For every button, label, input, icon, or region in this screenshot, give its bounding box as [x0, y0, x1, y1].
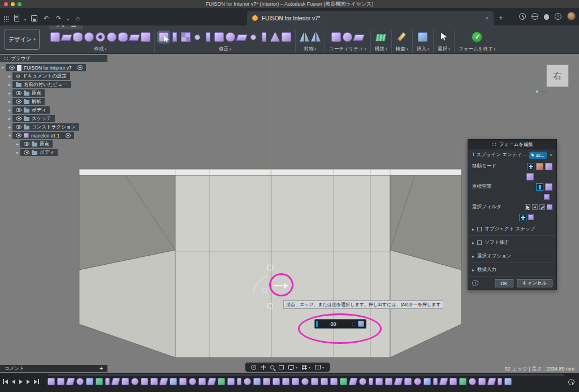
section-numeric-input[interactable]: 数値入力: [468, 262, 556, 276]
torus-primitive-icon[interactable]: [96, 32, 105, 42]
expand-arrow-icon[interactable]: [15, 150, 20, 155]
section-soft-modification[interactable]: ソフト修正: [468, 235, 556, 249]
timeline-feature-icon[interactable]: [301, 378, 309, 385]
expand-arrow-icon[interactable]: [7, 83, 12, 87]
comments-panel[interactable]: コメント +: [0, 365, 107, 372]
bevel-icon[interactable]: [282, 32, 291, 42]
timeline-feature-icon[interactable]: [404, 378, 412, 385]
timeline-feature-icon[interactable]: [369, 378, 373, 385]
visibility-eye-icon[interactable]: [9, 66, 15, 70]
erase-icon[interactable]: [236, 35, 248, 41]
expand-arrow-icon[interactable]: [472, 240, 474, 245]
timeline-feature-icon[interactable]: [244, 378, 251, 385]
browser-item-sub-bodies[interactable]: ボディ: [15, 149, 131, 156]
browser-item-sketches[interactable]: スケッチ: [7, 115, 131, 122]
visibility-eye-icon[interactable]: [16, 91, 21, 95]
pan-icon[interactable]: [261, 365, 266, 370]
timeline-feature-icon[interactable]: [273, 378, 280, 385]
unweld-icon[interactable]: [262, 32, 266, 42]
visibility-eye-icon[interactable]: [16, 108, 21, 112]
document-tab[interactable]: FUISON for Interior v7*: [247, 11, 494, 25]
timeline-feature-icon[interactable]: [189, 378, 196, 385]
activate-radio-icon[interactable]: [66, 133, 71, 138]
timeline-feature-icon[interactable]: [282, 378, 290, 385]
repair-body-icon[interactable]: [343, 32, 352, 42]
plane-primitive-icon[interactable]: [61, 35, 72, 41]
ribbon-group-label[interactable]: 挿入: [417, 46, 429, 53]
browser-item-named-views[interactable]: 名前の付いたビュー: [7, 81, 131, 88]
minimize-window-button[interactable]: [11, 2, 15, 6]
timeline-feature-icon[interactable]: [311, 378, 318, 385]
timeline-feature-icon[interactable]: [330, 378, 338, 385]
object-snap-checkbox[interactable]: [477, 227, 482, 231]
save-icon[interactable]: [31, 15, 37, 21]
pipe-primitive-icon[interactable]: [118, 32, 128, 42]
section-object-snap[interactable]: オブジェクト スナップ: [468, 222, 556, 235]
extrude-icon[interactable]: [141, 32, 150, 42]
finish-form-icon[interactable]: [472, 32, 482, 42]
browser-item-bodies[interactable]: ボディ: [7, 106, 131, 114]
data-panel-icon[interactable]: [3, 15, 9, 21]
notifications-bell-icon[interactable]: [544, 14, 549, 19]
measure-icon[interactable]: [397, 32, 407, 42]
timeline-feature-icon[interactable]: [469, 378, 476, 385]
timeline-feature-icon[interactable]: [414, 378, 421, 385]
activate-radio-icon[interactable]: [77, 65, 83, 70]
timeline-feature-icon[interactable]: [198, 378, 206, 385]
timeline-feature-icon[interactable]: [237, 378, 241, 385]
drag-dots-icon[interactable]: ⋮: [349, 321, 356, 326]
filter-body-icon[interactable]: [519, 214, 526, 221]
timeline-feature-icon[interactable]: [394, 378, 403, 385]
workspace-selector[interactable]: デザイン: [5, 29, 40, 50]
redo-icon[interactable]: [55, 15, 62, 22]
crease-icon[interactable]: [270, 32, 280, 42]
grid-snap-icon[interactable]: [302, 365, 307, 370]
coordinate-local-icon[interactable]: [544, 194, 550, 200]
timeline-begin-button[interactable]: [3, 379, 8, 384]
mirror-internal-icon[interactable]: [300, 32, 309, 42]
new-tab-button[interactable]: +: [499, 14, 503, 23]
timeline-feature-icon[interactable]: [150, 378, 158, 385]
browser-item-component-manekin[interactable]: manekin v1:1: [7, 132, 131, 139]
expand-arrow-icon[interactable]: [7, 74, 12, 79]
expand-arrow-icon[interactable]: [7, 108, 12, 113]
timeline-feature-icon[interactable]: [76, 378, 84, 385]
timeline-feature-icon[interactable]: [504, 378, 512, 385]
visibility-eye-icon[interactable]: [16, 125, 21, 129]
timeline-feature-icon[interactable]: [459, 378, 466, 385]
timeline-feature-icon[interactable]: [207, 378, 216, 385]
select-tool-icon[interactable]: [439, 32, 449, 42]
navigation-bar[interactable]: [245, 363, 330, 372]
merge-edge-icon[interactable]: [206, 32, 210, 42]
move-mode-translate-icon[interactable]: [527, 163, 534, 170]
ribbon-group-label[interactable]: 選択: [438, 46, 450, 53]
section-selection-options[interactable]: 選択オプション: [468, 249, 556, 262]
ribbon-group-label[interactable]: 修正: [219, 46, 231, 53]
expand-arrow-icon[interactable]: [7, 91, 12, 96]
visibility-eye-icon[interactable]: [24, 142, 29, 146]
timeline-feature-icon[interactable]: [131, 378, 139, 385]
zoom-icon[interactable]: [270, 365, 274, 369]
quadball-primitive-icon[interactable]: [107, 32, 116, 42]
timeline-feature-icon[interactable]: [263, 378, 270, 385]
browser-item-document-settings[interactable]: ドキュメントの設定: [7, 72, 131, 80]
cylinder-primitive-icon[interactable]: [73, 32, 83, 42]
timeline-feature-icon[interactable]: [375, 378, 383, 385]
timeline-step-forward-button[interactable]: [27, 380, 30, 384]
timeline-options-icon[interactable]: [568, 379, 574, 385]
file-menu-icon[interactable]: [14, 15, 19, 21]
timeline-feature-icon[interactable]: [57, 378, 64, 385]
timeline-feature-icon[interactable]: [385, 378, 392, 385]
undo-icon[interactable]: [42, 15, 50, 22]
timeline-feature-icon[interactable]: [348, 378, 357, 385]
home-icon[interactable]: [74, 15, 81, 22]
timeline-feature-icon[interactable]: [450, 378, 457, 385]
timeline-feature-icon[interactable]: [86, 378, 93, 385]
timeline-feature-icon[interactable]: [478, 378, 486, 385]
browser-item-root[interactable]: FUISON for Interior v7: [0, 64, 131, 71]
ok-button[interactable]: OK: [495, 279, 513, 287]
ribbon-group-label[interactable]: 検査: [396, 46, 408, 53]
insert-svg-icon[interactable]: [418, 32, 427, 42]
timeline-play-button[interactable]: [19, 380, 23, 384]
cancel-button[interactable]: キャンセル: [517, 279, 553, 287]
